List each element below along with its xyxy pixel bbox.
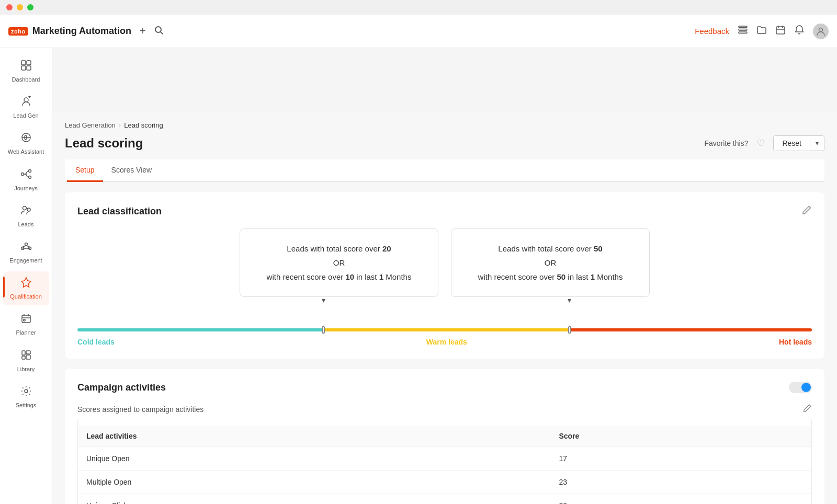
sidebar-item-planner[interactable]: Planner	[3, 307, 49, 341]
add-button[interactable]: +	[140, 25, 146, 37]
warm-slider-handle[interactable]	[322, 326, 325, 334]
favorite-heart-icon[interactable]: ♡	[756, 138, 765, 149]
warm-months: 1	[379, 272, 383, 281]
warm-line1-before: Leads with total score over	[287, 244, 382, 253]
sidebar-item-settings[interactable]: Settings	[3, 380, 49, 414]
scores-edit-icon[interactable]	[802, 404, 812, 415]
title-bar	[0, 0, 837, 15]
lead-classification-area: Leads with total score over 20 OR with r…	[77, 228, 812, 346]
qualification-label: Qualification	[10, 293, 42, 300]
top-nav-icons: Feedback	[695, 24, 829, 39]
table-row: Unique Click 20	[78, 494, 811, 505]
svg-line-28	[26, 245, 30, 247]
warm-track	[323, 328, 569, 331]
sidebar-item-journeys[interactable]: Journeys	[3, 163, 49, 197]
breadcrumb: Lead Generation › Lead scoring	[65, 121, 824, 129]
warm-label: Warm leads	[115, 338, 779, 346]
svg-line-27	[22, 245, 26, 247]
sidebar-item-library[interactable]: Library	[3, 344, 49, 378]
hot-threshold-card: Leads with total score over 50 OR with r…	[451, 228, 650, 297]
svg-point-40	[25, 390, 28, 393]
sidebar-item-qualification[interactable]: Qualification	[3, 271, 49, 305]
warm-score2: 10	[345, 272, 354, 281]
user-avatar[interactable]	[813, 24, 829, 39]
svg-rect-4	[739, 32, 747, 33]
hot-slider-handle[interactable]	[568, 326, 571, 334]
svg-rect-38	[26, 351, 30, 354]
breadcrumb-separator: ›	[119, 121, 121, 129]
search-button[interactable]	[154, 26, 164, 37]
sidebar-item-engagement[interactable]: Engagement	[3, 235, 49, 269]
warm-threshold-card: Leads with total score over 20 OR with r…	[240, 228, 438, 297]
tab-scores-view[interactable]: Scores View	[103, 159, 161, 182]
warm-score1: 20	[382, 244, 391, 253]
svg-line-1	[160, 31, 163, 34]
page-header: Lead scoring Favorite this? ♡ Reset ▾	[65, 135, 824, 151]
activities-table-container: Lead activities Score Unique Open 17 Mul…	[77, 419, 812, 504]
planner-label: Planner	[16, 329, 36, 336]
feedback-link[interactable]: Feedback	[695, 27, 729, 36]
hot-handle-chevron: ▾	[568, 296, 571, 304]
svg-point-20	[28, 169, 31, 172]
lead-gen-label: Lead Gen	[13, 112, 38, 119]
table-row: Multiple Open 23	[78, 471, 811, 494]
sidebar-item-lead-gen[interactable]: Lead Gen	[3, 90, 49, 124]
hot-track	[570, 328, 812, 331]
col-header-activities: Lead activities	[78, 426, 550, 447]
lead-classification-edit-icon[interactable]	[801, 205, 812, 218]
reset-dropdown-icon[interactable]: ▾	[810, 136, 824, 150]
planner-icon	[20, 313, 32, 327]
sidebar-item-leads[interactable]: Leads	[3, 199, 49, 233]
tab-setup[interactable]: Setup	[67, 159, 103, 182]
campaign-toggle-wrap	[789, 382, 812, 393]
breadcrumb-parent[interactable]: Lead Generation	[65, 121, 116, 129]
svg-rect-31	[22, 315, 30, 323]
svg-point-19	[21, 173, 24, 175]
reset-btn-group: Reset ▾	[773, 135, 824, 151]
section-header-campaign: Campaign activities	[77, 382, 812, 393]
score-cell: 17	[550, 447, 811, 471]
classification-slider[interactable]: ▾ ▾ Cold leads Warm leads Hot leads	[77, 310, 812, 346]
web-assistant-icon	[20, 132, 32, 146]
active-indicator	[3, 277, 5, 297]
hot-months-label: Months	[595, 272, 623, 281]
folder-icon[interactable]	[756, 25, 767, 38]
warm-line2-mid: in last	[354, 272, 379, 281]
slider-labels: Cold leads Warm leads Hot leads	[77, 338, 812, 346]
reset-button[interactable]: Reset	[774, 136, 810, 151]
tabs: Setup Scores View	[65, 159, 824, 182]
hot-line1-before: Leads with total score over	[498, 244, 594, 253]
top-nav: zoho Marketing Automation + Feedback	[0, 15, 837, 48]
activities-table: Lead activities Score Unique Open 17 Mul…	[78, 426, 811, 504]
toggle-thumb	[801, 383, 811, 392]
cold-label: Cold leads	[77, 338, 115, 346]
sidebar-item-web-assistant[interactable]: Web Assistant	[3, 127, 49, 161]
svg-point-21	[28, 176, 31, 178]
warm-handle-chevron: ▾	[322, 296, 325, 304]
hot-line2-before: with recent score over	[478, 272, 557, 281]
library-icon	[20, 349, 32, 364]
table-header-row: Lead activities Score	[78, 426, 811, 447]
sidebar-item-dashboard[interactable]: Dashboard	[3, 63, 49, 88]
bell-icon[interactable]	[794, 25, 805, 38]
logo-area: zoho Marketing Automation	[8, 26, 131, 37]
qualification-icon	[20, 277, 32, 291]
svg-point-24	[25, 243, 27, 245]
svg-point-9	[819, 28, 823, 31]
leads-icon	[20, 204, 32, 219]
app-name: Marketing Automation	[32, 26, 131, 37]
hot-label: Hot leads	[779, 338, 812, 346]
campaign-activities-section: Campaign activities Scores assigned to c…	[65, 369, 824, 504]
calendar-icon[interactable]	[775, 25, 786, 38]
svg-point-14	[24, 98, 28, 102]
svg-rect-3	[739, 29, 747, 31]
hot-score2: 50	[557, 272, 565, 281]
campaign-toggle[interactable]	[789, 382, 812, 393]
list-view-icon[interactable]	[738, 25, 748, 38]
hot-score1: 50	[594, 244, 603, 253]
activity-cell: Unique Click	[78, 494, 550, 505]
svg-marker-30	[21, 278, 31, 287]
scores-label-row: Scores assigned to campaign activities	[77, 404, 812, 415]
zoho-logo: zoho	[8, 27, 28, 36]
breadcrumb-current: Lead scoring	[124, 121, 163, 129]
